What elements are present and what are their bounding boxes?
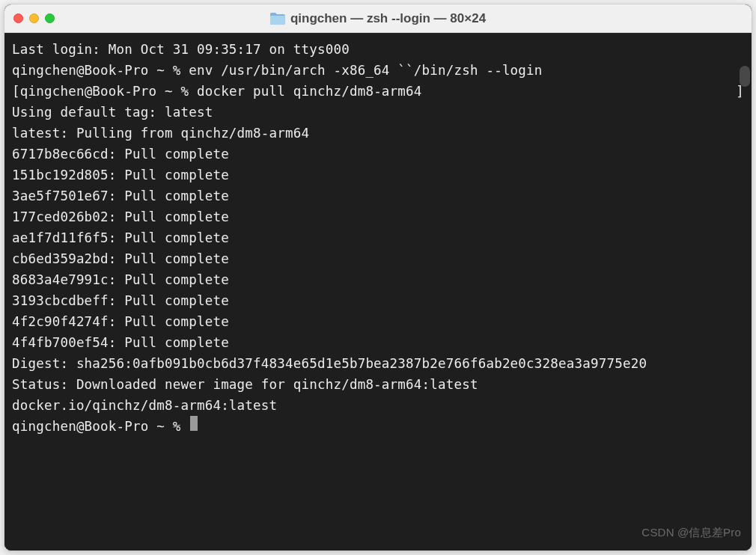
- watermark: CSDN @信息差Pro: [641, 522, 741, 543]
- terminal-line: 177ced026b02: Pull complete: [12, 206, 744, 227]
- terminal-line: ae1f7d11f6f5: Pull complete: [12, 227, 744, 248]
- terminal-line: [qingchen@Book-Pro ~ % docker pull qinch…: [12, 81, 744, 102]
- terminal-line: qingchen@Book-Pro ~ % env /usr/bin/arch …: [12, 60, 744, 81]
- terminal-line: Status: Downloaded newer image for qinch…: [12, 374, 744, 395]
- terminal-line: Using default tag: latest: [12, 102, 744, 123]
- minimize-button[interactable]: [29, 13, 39, 23]
- prompt-text: qingchen@Book-Pro ~ %: [12, 416, 189, 437]
- cursor: [190, 416, 198, 431]
- terminal-line: 151bc192d805: Pull complete: [12, 165, 744, 185]
- window-title-area: qingchen — zsh --login — 80×24: [270, 11, 486, 26]
- terminal-body[interactable]: Last login: Mon Oct 31 09:35:17 on ttys0…: [4, 33, 752, 551]
- traffic-lights: [13, 13, 55, 23]
- terminal-line: docker.io/qinchz/dm8-arm64:latest: [12, 395, 744, 416]
- close-button[interactable]: [13, 13, 23, 23]
- terminal-line: 8683a4e7991c: Pull complete: [12, 269, 744, 290]
- terminal-line: 3193cbcdbeff: Pull complete: [12, 290, 744, 311]
- scrollbar-thumb[interactable]: [740, 66, 750, 87]
- bracket-open: [: [12, 81, 20, 102]
- terminal-line: latest: Pulling from qinchz/dm8-arm64: [12, 123, 744, 144]
- terminal-line: 3ae5f7501e67: Pull complete: [12, 185, 744, 206]
- terminal-line: 4f4fb700ef54: Pull complete: [12, 332, 744, 353]
- terminal-line: Digest: sha256:0afb091b0cb6d37f4834e65d1…: [12, 353, 744, 374]
- titlebar[interactable]: qingchen — zsh --login — 80×24: [4, 4, 752, 33]
- terminal-line: cb6ed359a2bd: Pull complete: [12, 248, 744, 269]
- command-text: qingchen@Book-Pro ~ % docker pull qinchz…: [20, 81, 737, 102]
- maximize-button[interactable]: [45, 13, 55, 23]
- prompt-line: qingchen@Book-Pro ~ %: [12, 416, 744, 437]
- terminal-window: qingchen — zsh --login — 80×24 Last logi…: [4, 4, 752, 551]
- terminal-line: 6717b8ec66cd: Pull complete: [12, 144, 744, 165]
- terminal-line: 4f2c90f4274f: Pull complete: [12, 311, 744, 332]
- window-title: qingchen — zsh --login — 80×24: [290, 11, 486, 26]
- folder-icon: [270, 13, 285, 25]
- terminal-line: Last login: Mon Oct 31 09:35:17 on ttys0…: [12, 39, 744, 60]
